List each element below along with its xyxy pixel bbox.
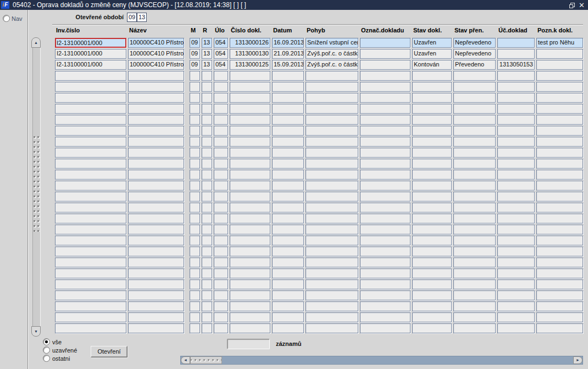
cell-datum[interactable]: [272, 301, 304, 311]
cell-r[interactable]: [202, 214, 212, 223]
cell-uc_doklad[interactable]: [497, 159, 535, 169]
cell-ulo[interactable]: [214, 126, 228, 136]
cell-datum[interactable]: [272, 148, 304, 158]
cell-pozn[interactable]: [536, 236, 583, 245]
cell-inv[interactable]: [55, 71, 126, 81]
scroll-up-icon[interactable]: ▲: [31, 37, 41, 48]
cell-stav_pren[interactable]: [453, 104, 496, 114]
open-button[interactable]: Otevření: [91, 346, 127, 357]
cell-inv[interactable]: [55, 104, 126, 114]
cell-m[interactable]: [190, 181, 200, 191]
cell-uc_doklad[interactable]: [497, 148, 535, 158]
cell-inv[interactable]: [55, 323, 126, 333]
cell-nazev[interactable]: [128, 247, 184, 256]
cell-nazev[interactable]: [128, 290, 184, 300]
cell-stav_pren[interactable]: Nepřevedeno: [453, 49, 496, 59]
table-row[interactable]: I2-13100001/000100000C410 Přístroje09130…: [55, 60, 583, 70]
ostatni-radio[interactable]: [43, 355, 50, 362]
cell-uc_doklad[interactable]: [497, 323, 535, 333]
cell-stav_pren[interactable]: [453, 247, 496, 256]
cell-r[interactable]: [202, 236, 212, 245]
cell-stav_pren[interactable]: [453, 312, 496, 322]
cell-m[interactable]: [190, 104, 200, 114]
cell-uc_doklad[interactable]: [497, 181, 535, 191]
cell-inv[interactable]: [55, 115, 126, 125]
cell-pozn[interactable]: [536, 104, 583, 114]
cell-cislo[interactable]: [230, 93, 270, 103]
cell-stav_dokl[interactable]: [412, 301, 452, 311]
cell-pozn[interactable]: [536, 93, 583, 103]
cell-uc_doklad[interactable]: [497, 225, 535, 234]
scroll-left-icon[interactable]: ◄: [181, 356, 190, 364]
table-row[interactable]: [55, 93, 583, 103]
cell-nazev[interactable]: [128, 214, 184, 223]
cell-datum[interactable]: [272, 279, 304, 289]
cell-cislo[interactable]: [230, 301, 270, 311]
cell-nazev[interactable]: [128, 225, 184, 234]
cell-ulo[interactable]: [214, 148, 228, 158]
cell-oznac[interactable]: [360, 170, 411, 180]
filter-option-ostatni[interactable]: ostatni: [43, 355, 70, 362]
period-year-field[interactable]: 13: [137, 13, 147, 22]
table-row[interactable]: [55, 225, 583, 234]
cell-stav_pren[interactable]: [453, 279, 496, 289]
cell-r[interactable]: [202, 279, 212, 289]
cell-oznac[interactable]: [360, 214, 411, 223]
cell-oznac[interactable]: [360, 93, 411, 103]
table-row[interactable]: [55, 203, 583, 213]
cell-stav_dokl[interactable]: Uzavřen: [412, 49, 452, 59]
table-row[interactable]: [55, 236, 583, 245]
cell-stav_dokl[interactable]: [412, 148, 452, 158]
cell-pozn[interactable]: [536, 323, 583, 333]
cell-m[interactable]: 09: [190, 49, 200, 59]
cell-oznac[interactable]: [360, 279, 411, 289]
cell-inv[interactable]: [55, 203, 126, 213]
cell-stav_dokl[interactable]: [412, 214, 452, 223]
table-row[interactable]: [55, 301, 583, 311]
cell-nazev[interactable]: [128, 279, 184, 289]
cell-pozn[interactable]: test pro Něhu: [536, 38, 583, 48]
cell-r[interactable]: [202, 192, 212, 202]
close-window-icon[interactable]: ✕: [579, 2, 585, 8]
vse-radio[interactable]: [43, 338, 50, 345]
cell-r[interactable]: [202, 148, 212, 158]
cell-stav_dokl[interactable]: Kontován: [412, 60, 452, 70]
cell-datum[interactable]: [272, 225, 304, 234]
cell-pozn[interactable]: [536, 60, 583, 70]
cell-pozn[interactable]: [536, 203, 583, 213]
cell-inv[interactable]: [55, 225, 126, 234]
cell-r[interactable]: [202, 203, 212, 213]
cell-datum[interactable]: 16.09.2013 0: [272, 38, 304, 48]
cell-cislo[interactable]: [230, 137, 270, 147]
cell-ulo[interactable]: [214, 290, 228, 300]
cell-cislo[interactable]: [230, 181, 270, 191]
horizontal-scroll-thumb[interactable]: [190, 356, 222, 364]
cell-ulo[interactable]: [214, 301, 228, 311]
cell-stav_dokl[interactable]: [412, 258, 452, 267]
cell-uc_doklad[interactable]: [497, 170, 535, 180]
cell-ulo[interactable]: [214, 82, 228, 92]
table-row[interactable]: [55, 170, 583, 180]
cell-m[interactable]: [190, 290, 200, 300]
cell-oznac[interactable]: [360, 159, 411, 169]
cell-nazev[interactable]: 100000C410 Přístroje: [128, 49, 184, 59]
cell-inv[interactable]: I2-13100001/000: [55, 38, 126, 48]
cell-datum[interactable]: [272, 203, 304, 213]
cell-inv[interactable]: [55, 93, 126, 103]
filter-option-uzavrene[interactable]: uzavřené: [43, 346, 77, 354]
cell-pohyb[interactable]: [306, 137, 358, 147]
cell-datum[interactable]: [272, 181, 304, 191]
cell-stav_pren[interactable]: [453, 93, 496, 103]
cell-m[interactable]: [190, 279, 200, 289]
table-row[interactable]: [55, 115, 583, 125]
period-month-field[interactable]: 09: [127, 13, 137, 22]
cell-pohyb[interactable]: [306, 258, 358, 267]
cell-r[interactable]: [202, 137, 212, 147]
cell-datum[interactable]: [272, 290, 304, 300]
cell-datum[interactable]: [272, 192, 304, 202]
cell-cislo[interactable]: [230, 203, 270, 213]
cell-r[interactable]: [202, 247, 212, 256]
cell-r[interactable]: [202, 82, 212, 92]
cell-stav_dokl[interactable]: [412, 82, 452, 92]
vertical-scroll-track[interactable]: [32, 48, 41, 326]
